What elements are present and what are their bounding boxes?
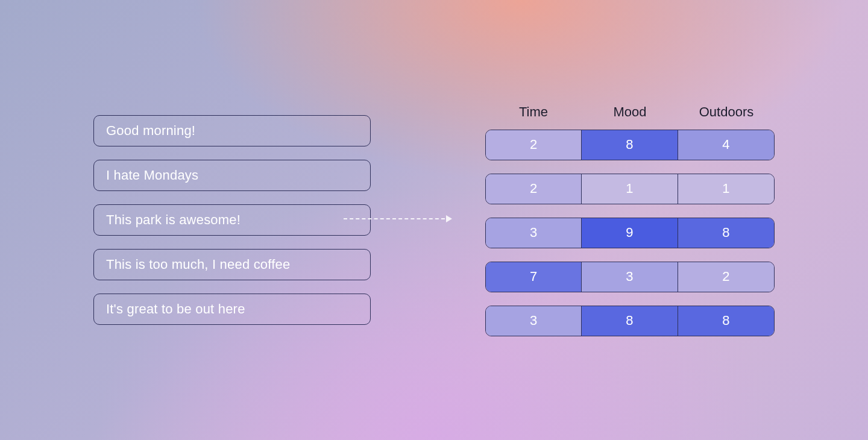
cell-outdoors: 4 — [678, 130, 774, 160]
cell-outdoors: 2 — [678, 262, 774, 292]
cell-mood: 1 — [582, 174, 678, 204]
cell-outdoors: 8 — [678, 306, 774, 336]
cell-time: 2 — [486, 130, 582, 160]
sentence-box: This is too much, I need coffee — [93, 249, 371, 280]
column-header-outdoors: Outdoors — [678, 104, 775, 120]
diagram-stage: Good morning! I hate Mondays This park i… — [0, 0, 868, 440]
sentence-box: It's great to be out here — [93, 294, 371, 325]
mapping-arrow — [344, 215, 452, 222]
cell-outdoors: 1 — [678, 174, 774, 204]
cell-outdoors: 8 — [678, 218, 774, 248]
sentence-box: Good morning! — [93, 115, 371, 146]
table-row: 2 1 1 — [485, 174, 775, 204]
column-header-mood: Mood — [582, 104, 678, 120]
table-row: 7 3 2 — [485, 262, 775, 292]
feature-table: Time Mood Outdoors 2 8 4 2 1 1 3 9 8 7 3 — [485, 104, 775, 336]
sentence-box: This park is awesome! — [93, 204, 371, 236]
sentence-box: I hate Mondays — [93, 160, 371, 191]
cell-mood: 9 — [582, 218, 678, 248]
cell-time: 2 — [486, 174, 582, 204]
cell-mood: 8 — [582, 306, 678, 336]
table-row: 3 9 8 — [485, 218, 775, 248]
cell-time: 3 — [486, 306, 582, 336]
cell-time: 3 — [486, 218, 582, 248]
cell-mood: 8 — [582, 130, 678, 160]
arrow-right-icon — [446, 215, 452, 222]
table-row: 3 8 8 — [485, 306, 775, 336]
table-header-row: Time Mood Outdoors — [485, 104, 775, 120]
arrow-line — [344, 218, 445, 219]
column-header-time: Time — [485, 104, 582, 120]
sentence-column: Good morning! I hate Mondays This park i… — [93, 115, 371, 325]
cell-mood: 3 — [582, 262, 678, 292]
cell-time: 7 — [486, 262, 582, 292]
table-body: 2 8 4 2 1 1 3 9 8 7 3 2 3 8 8 — [485, 130, 775, 336]
table-row: 2 8 4 — [485, 130, 775, 160]
